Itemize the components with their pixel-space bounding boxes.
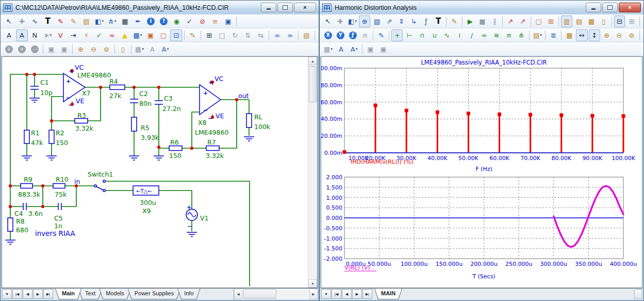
run-icon[interactable]: ▶ xyxy=(465,15,476,27)
zoom-in-icon[interactable]: ⊕ xyxy=(601,29,613,41)
properties-icon[interactable]: ✎ xyxy=(187,29,199,41)
envelope-icon[interactable]: ≡ xyxy=(503,29,515,41)
more-circle-icon[interactable]: ⋯ xyxy=(29,43,41,55)
grid-icon[interactable]: ▦▾ xyxy=(132,29,144,41)
notes-icon[interactable]: ▤ xyxy=(301,29,312,41)
fx-icon[interactable]: ƒ xyxy=(347,29,358,41)
zoom-out-icon[interactable]: ⊖ xyxy=(614,29,625,41)
merge-plots-icon[interactable]: ⊟ xyxy=(614,15,625,27)
send-back-icon[interactable]: ▣ xyxy=(58,43,70,55)
edit-limits-icon[interactable]: ✎ xyxy=(375,29,387,41)
clip-box-icon[interactable]: □ xyxy=(216,29,228,41)
close-button[interactable]: × xyxy=(619,3,641,12)
tag-horizontal-icon[interactable]: ⊢ xyxy=(404,29,415,41)
inflection-icon[interactable]: ≈ xyxy=(478,29,490,41)
wire-mode-icon[interactable]: ∿ xyxy=(29,15,41,27)
shape-picker-icon[interactable]: ◧▾ xyxy=(93,15,105,27)
web-icon[interactable]: ◉ xyxy=(171,15,183,27)
doc-edit-icon[interactable]: ▣ xyxy=(222,15,234,27)
search-gray-icon[interactable]: ≡ xyxy=(359,29,371,41)
peak-icon[interactable]: ∩ xyxy=(417,29,428,41)
pan-hand-icon[interactable]: ✚ xyxy=(335,15,346,27)
cancel-circle-icon[interactable]: × xyxy=(16,43,28,55)
grid-dots-icon[interactable]: ⊞ xyxy=(626,15,637,27)
horizontal-scroll-thumb[interactable] xyxy=(634,289,642,299)
bring-front-icon[interactable]: ▣ xyxy=(45,43,57,55)
flip-v-icon[interactable]: ⇅ xyxy=(242,29,254,41)
schematic-drawing[interactable]: C110pR147kR2150R33.32kR427kLME49860X7C28… xyxy=(2,57,309,286)
properties-icon[interactable]: ✎ xyxy=(449,15,460,27)
find-node-icon[interactable]: N xyxy=(29,29,41,41)
wave-alt-icon[interactable]: ≀ xyxy=(454,29,465,41)
tab-menu-button[interactable]: ▼ xyxy=(2,289,12,299)
restore-button[interactable] xyxy=(602,3,618,12)
probe-icon[interactable]: ∞ xyxy=(106,29,118,41)
tab-prev-button[interactable]: ◀ xyxy=(342,289,352,299)
scroll-right-button[interactable]: ▶ xyxy=(309,289,318,299)
bus-icon[interactable]: ▤ xyxy=(80,15,92,27)
paste-icon[interactable]: ▤▾ xyxy=(532,29,543,41)
title-block-icon[interactable]: ▢ xyxy=(157,29,169,41)
scroll-down-button[interactable]: ▼ xyxy=(308,279,317,288)
plot-single-icon[interactable]: ▯ xyxy=(598,15,609,27)
tab-next-button[interactable]: ▶ xyxy=(352,289,362,299)
pencil-draw-icon[interactable]: ✎ xyxy=(68,15,79,27)
grid-view-icon[interactable]: ▦▾ xyxy=(322,43,334,55)
shape-picker-icon[interactable]: ◧▾ xyxy=(347,15,358,27)
node-check-icon[interactable]: ✓ xyxy=(93,29,105,41)
slope-icon[interactable]: / xyxy=(466,29,477,41)
tab-last-button[interactable]: ▶| xyxy=(362,289,372,299)
close-button[interactable]: × xyxy=(294,3,316,12)
cursor-mode-icon[interactable]: + xyxy=(391,29,403,41)
y-axis-icon[interactable]: Y xyxy=(335,29,346,41)
grid-view-icon[interactable]: ▦▾ xyxy=(134,43,145,55)
tab-last-button[interactable]: ▶| xyxy=(43,289,53,299)
schematic-titlebar[interactable]: C:\MC12\DATA\Petrov\RIAA\LME49860_Passiv… xyxy=(1,1,319,14)
wave-icon[interactable]: ∿ xyxy=(441,29,453,41)
select-arrow-icon[interactable]: ↖ xyxy=(3,15,15,27)
cursor-graph-alt-icon[interactable]: ↗ xyxy=(517,15,529,27)
spreadsheet-icon[interactable]: ▦ xyxy=(119,15,131,27)
scroll-up-button[interactable]: ▲ xyxy=(308,57,317,65)
tab-power-supplies[interactable]: Power Supplies xyxy=(128,289,180,299)
check-box-icon[interactable]: ✓ xyxy=(184,15,195,27)
info-icon[interactable]: i xyxy=(145,15,157,27)
warning-icon[interactable]: ▲ xyxy=(119,29,131,41)
font-color-icon[interactable]: A▾ xyxy=(159,43,171,55)
tab-main[interactable]: Main xyxy=(55,289,81,299)
node-picker-icon[interactable]: ⋔▾ xyxy=(106,15,118,27)
zoom-select-icon[interactable]: ⊕ xyxy=(359,15,370,27)
schematic-canvas[interactable]: C110pR147kR2150R33.32kR427kLME49860X7C28… xyxy=(2,56,318,288)
tab-main[interactable]: MAIN xyxy=(374,289,402,299)
zoom-100-icon[interactable]: ⊚ xyxy=(101,43,112,55)
find-wave-icon[interactable]: A xyxy=(16,29,28,41)
branch-icon[interactable]: ⋔ xyxy=(516,29,527,41)
tab-menu-button[interactable]: ▼ xyxy=(321,289,331,299)
text-mode-icon[interactable]: T xyxy=(42,15,54,27)
zoom-out-icon[interactable]: ⊖ xyxy=(88,43,100,55)
select-arrow-icon[interactable]: ↖ xyxy=(322,15,334,27)
plot-rows-icon[interactable]: ▤ xyxy=(573,15,585,27)
horizontal-scroll-thumb[interactable] xyxy=(243,289,276,299)
tab-first-button[interactable]: |◀ xyxy=(12,289,22,299)
step-circle-icon[interactable]: ↓ xyxy=(3,43,15,55)
tab-first-button[interactable]: |◀ xyxy=(332,289,341,299)
horizontal-scrollbar[interactable]: ◀ ▶ xyxy=(234,289,318,299)
y-scale-icon[interactable]: ↕ xyxy=(589,29,600,41)
scroll-left-button[interactable]: ◀ xyxy=(234,289,242,299)
analysis-charts[interactable]: LME49860_Passively_RIAA_10kHz-FCD.CIR100… xyxy=(321,57,642,287)
page-icon[interactable]: ▯ xyxy=(117,43,129,55)
x-axis-icon[interactable]: X xyxy=(322,29,334,41)
pan-hand-icon[interactable]: ✚ xyxy=(16,15,28,27)
font-icon[interactable]: A xyxy=(335,43,347,55)
font-color-icon[interactable]: A▾ xyxy=(348,43,360,55)
annotate-pen-icon[interactable]: ✒ xyxy=(132,15,144,27)
find-part-icon[interactable]: A xyxy=(3,29,15,41)
tab-next-button[interactable]: ▶ xyxy=(33,289,43,299)
x-scale-icon[interactable]: ↔ xyxy=(576,29,587,41)
tab-prev-button[interactable]: ◀ xyxy=(23,289,32,299)
search-icon[interactable]: ∞ xyxy=(284,29,296,41)
horizontal-scroll-track[interactable] xyxy=(242,289,309,299)
numeric-format-icon[interactable]: ▦ xyxy=(564,29,575,41)
formula-icon[interactable]: ƒ xyxy=(420,15,432,27)
